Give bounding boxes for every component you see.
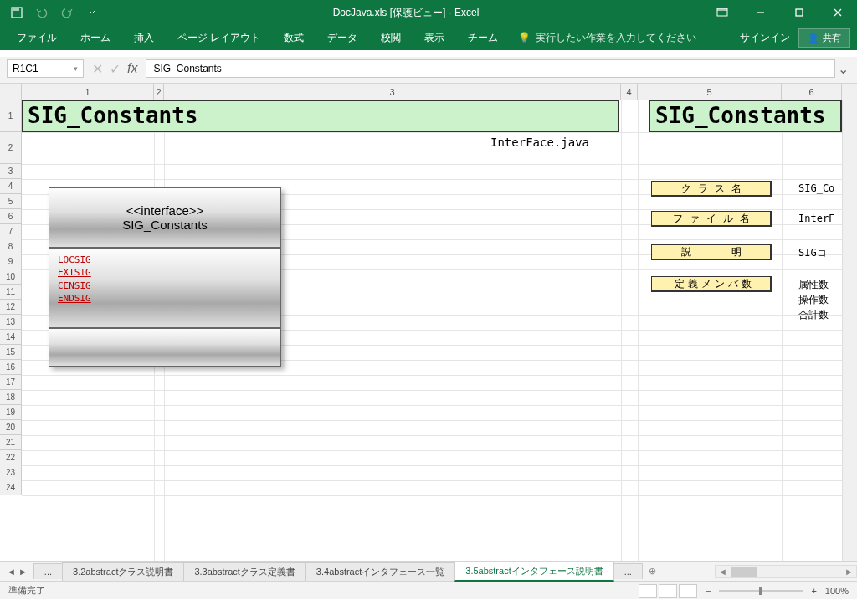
row-header[interactable]: 10	[0, 270, 22, 285]
row-header[interactable]: 19	[0, 405, 22, 420]
row-header[interactable]: 22	[0, 450, 22, 465]
formula-input[interactable]: SIG_Constants	[146, 59, 835, 78]
label-class-name: クラス名	[651, 181, 772, 197]
filename-label: InterFace.java	[490, 136, 589, 149]
col-header[interactable]: 5	[638, 84, 782, 100]
sheet-tab[interactable]: 3.4abstractインタフェース一覧	[305, 562, 455, 581]
close-icon[interactable]	[819, 0, 857, 25]
sheet-tab[interactable]: 3.2abstractクラス説明書	[62, 562, 184, 581]
sheet-nav-arrows[interactable]: ◄ ►	[0, 567, 34, 577]
sheet-tabs-bar: ◄ ► ... 3.2abstractクラス説明書 3.3abstractクラス…	[0, 561, 857, 581]
tab-insert[interactable]: 挿入	[124, 26, 164, 49]
tab-formulas[interactable]: 数式	[274, 26, 314, 49]
uml-class-name: SIG_Constants	[122, 218, 208, 232]
tab-team[interactable]: チーム	[458, 26, 508, 49]
minimize-icon[interactable]	[742, 0, 780, 25]
row-header[interactable]: 1	[0, 100, 22, 132]
vertical-scrollbar[interactable]	[842, 100, 857, 561]
row-header[interactable]: 21	[0, 435, 22, 450]
value-attr-count: 属性数	[798, 278, 829, 292]
column-headers: 1 2 3 4 5 6	[0, 84, 857, 100]
sheet-tab-more[interactable]: ...	[33, 563, 63, 579]
col-header[interactable]: 2	[154, 84, 164, 100]
cancel-icon[interactable]: ✕	[92, 61, 103, 77]
window-title: DocJava.xls [保護ビュー] - Excel	[109, 6, 703, 20]
row-header[interactable]: 2	[0, 132, 22, 164]
sheet-tab[interactable]: 3.3abstractクラス定義書	[183, 562, 305, 581]
uml-diagram[interactable]: <<interface>> SIG_Constants LOCSIG EXTSI…	[49, 187, 281, 367]
save-icon[interactable]	[5, 3, 28, 23]
uml-stereotype: <<interface>>	[126, 203, 204, 218]
page-layout-view-icon[interactable]	[659, 584, 677, 598]
row-header[interactable]: 11	[0, 285, 22, 300]
row-header[interactable]: 15	[0, 345, 22, 360]
uml-attr-link[interactable]: ENDSIG	[58, 292, 272, 305]
row-header[interactable]: 24	[0, 480, 22, 495]
tab-data[interactable]: データ	[317, 26, 367, 49]
undo-icon[interactable]	[30, 3, 54, 23]
row-header[interactable]: 8	[0, 239, 22, 254]
row-header[interactable]: 9	[0, 254, 22, 270]
col-header[interactable]: 6	[782, 84, 842, 100]
tell-me-search[interactable]: 💡 実行したい作業を入力してください	[518, 31, 696, 45]
tab-review[interactable]: 校閲	[371, 26, 411, 49]
zoom-level[interactable]: 100%	[825, 586, 849, 596]
row-header[interactable]: 4	[0, 179, 22, 194]
row-header[interactable]: 12	[0, 300, 22, 315]
person-icon: 👤	[808, 33, 819, 44]
row-header[interactable]: 5	[0, 194, 22, 209]
fx-icon[interactable]: fx	[127, 61, 137, 76]
confirm-icon[interactable]: ✓	[110, 61, 121, 77]
row-header[interactable]: 17	[0, 375, 22, 390]
row-headers: 1 2 3 4 5 6 7 8 9 10 11 12 13 14 15 16 1…	[0, 100, 22, 495]
qat-dropdown-icon[interactable]	[80, 3, 104, 23]
normal-view-icon[interactable]	[639, 584, 657, 598]
uml-attr-link[interactable]: EXTSIG	[58, 266, 272, 279]
formula-value: SIG_Constants	[153, 63, 221, 74]
formula-expand-icon[interactable]: ⌄	[835, 61, 850, 77]
row-header[interactable]: 3	[0, 164, 22, 179]
new-sheet-icon[interactable]: ⊕	[643, 566, 663, 577]
row-header[interactable]: 23	[0, 465, 22, 480]
maximize-icon[interactable]	[780, 0, 819, 25]
row-header[interactable]: 13	[0, 315, 22, 330]
uml-attr-link[interactable]: LOCSIG	[58, 254, 272, 266]
select-all-corner[interactable]	[0, 84, 22, 100]
row-header[interactable]: 14	[0, 330, 22, 345]
value-file-name: InterF	[798, 213, 834, 224]
name-box[interactable]: R1C1 ▾	[7, 59, 84, 78]
zoom-out-icon[interactable]: −	[706, 586, 711, 596]
tab-file[interactable]: ファイル	[7, 26, 67, 49]
row-header[interactable]: 18	[0, 390, 22, 405]
signin-link[interactable]: サインイン	[740, 31, 790, 45]
share-button[interactable]: 👤 共有	[798, 28, 850, 48]
col-header[interactable]: 4	[621, 84, 638, 100]
secondary-title-cell[interactable]: SIG_Constants	[649, 100, 842, 132]
redo-icon[interactable]	[55, 3, 79, 23]
horizontal-scrollbar[interactable]: ◄ ►	[715, 565, 857, 578]
row-header[interactable]: 7	[0, 224, 22, 239]
page-break-view-icon[interactable]	[679, 584, 697, 598]
zoom-in-icon[interactable]: +	[811, 586, 816, 596]
row-header[interactable]: 16	[0, 360, 22, 375]
spreadsheet-grid[interactable]: 1 2 3 4 5 6 1 2 3 4 5 6 7 8 9 10 11 12 1…	[0, 84, 857, 561]
col-header[interactable]: 1	[22, 84, 154, 100]
main-title-cell[interactable]: SIG_Constants	[22, 100, 619, 132]
view-mode-buttons	[639, 584, 697, 598]
title-bar: DocJava.xls [保護ビュー] - Excel	[0, 0, 857, 25]
zoom-slider[interactable]	[719, 590, 803, 592]
tab-page-layout[interactable]: ページ レイアウト	[167, 26, 270, 49]
uml-attr-link[interactable]: CENSIG	[58, 280, 272, 292]
ribbon-display-icon[interactable]	[703, 0, 742, 25]
tab-view[interactable]: 表示	[414, 26, 454, 49]
sheet-tab-more[interactable]: ...	[613, 563, 643, 579]
tab-home[interactable]: ホーム	[70, 26, 121, 49]
ribbon-tabs: ファイル ホーム 挿入 ページ レイアウト 数式 データ 校閲 表示 チーム 💡…	[0, 25, 857, 50]
row-header[interactable]: 20	[0, 420, 22, 435]
status-ready: 準備完了	[8, 584, 45, 597]
row-header[interactable]: 6	[0, 209, 22, 224]
col-header[interactable]: 3	[164, 84, 621, 100]
formula-bar: R1C1 ▾ ✕ ✓ fx SIG_Constants ⌄	[0, 57, 857, 84]
sheet-tab-active[interactable]: 3.5abstractインタフェース説明書	[454, 562, 613, 582]
sheet-content[interactable]: SIG_Constants SIG_Constants InterFace.ja…	[22, 100, 842, 561]
